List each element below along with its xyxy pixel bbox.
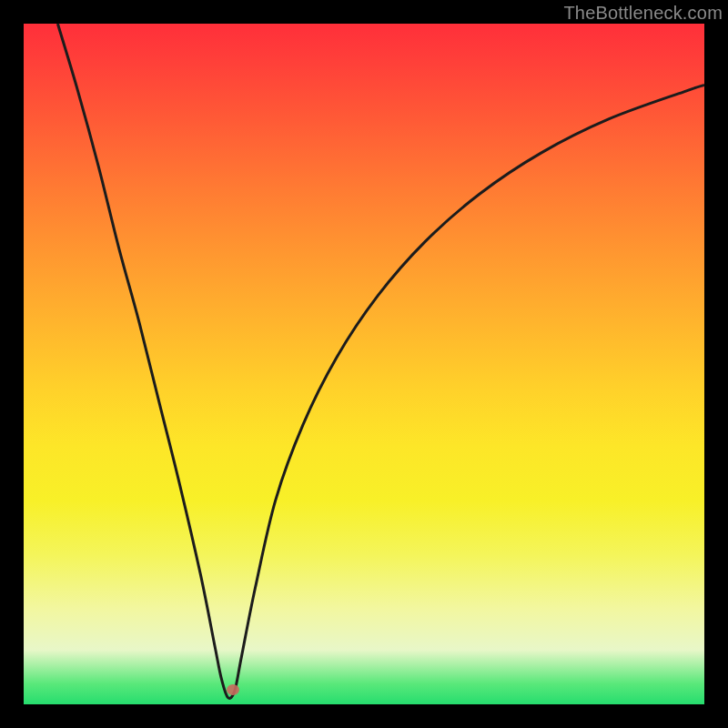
bottleneck-curve (57, 24, 704, 698)
watermark-text: TheBottleneck.com (563, 3, 723, 24)
optimum-marker (227, 684, 239, 695)
outer-frame: TheBottleneck.com (0, 0, 728, 728)
bottleneck-chart (24, 24, 704, 704)
plot-area (24, 24, 704, 704)
